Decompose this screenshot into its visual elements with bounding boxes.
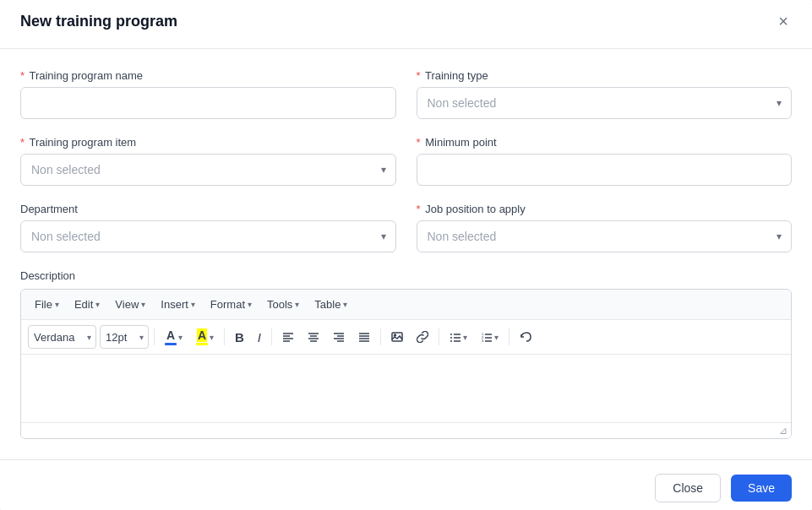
svg-point-20	[450, 337, 452, 339]
text-color-indicator: A	[165, 328, 177, 345]
department-select-wrapper: Non selected ▾	[20, 220, 396, 252]
file-menu[interactable]: File ▾	[28, 295, 66, 314]
tools-menu[interactable]: Tools ▾	[260, 295, 306, 314]
insert-chevron-icon: ▾	[191, 300, 195, 309]
training-program-item-select-wrapper: Non selected ▾	[20, 154, 396, 186]
format-chevron-icon: ▾	[248, 300, 252, 309]
department-label: Department	[20, 203, 396, 215]
svg-point-18	[450, 334, 452, 335]
insert-link-button[interactable]	[411, 325, 433, 349]
modal-footer: Close Save	[0, 459, 812, 510]
required-star-5: *	[417, 203, 421, 215]
editor-toolbar: Verdana ▾ 12pt ▾	[21, 320, 791, 355]
file-chevron-icon: ▾	[55, 300, 59, 309]
svg-point-22	[450, 340, 452, 342]
undo-button[interactable]	[515, 325, 537, 349]
required-star-2: *	[417, 69, 421, 82]
insert-menu[interactable]: Insert ▾	[154, 295, 202, 314]
job-position-group: * Job position to apply Non selected ▾	[417, 203, 793, 252]
tools-chevron-icon: ▾	[295, 300, 299, 309]
bg-color-chevron-icon: ▾	[210, 333, 214, 342]
bg-color-button[interactable]: A ▾	[191, 325, 219, 349]
modal-body: * Training program name * Training type …	[0, 49, 812, 459]
edit-menu[interactable]: Edit ▾	[68, 295, 106, 314]
view-menu[interactable]: View ▾	[108, 295, 152, 314]
editor-menubar: File ▾ Edit ▾ View ▾ Insert	[21, 290, 791, 320]
editor-resize-handle: ⊿	[21, 422, 791, 438]
required-star: *	[20, 69, 25, 82]
modal-close-button[interactable]: ×	[775, 9, 792, 33]
editor-container: File ▾ Edit ▾ View ▾ Insert	[20, 289, 792, 439]
bullet-list-chevron-icon: ▾	[463, 333, 467, 342]
training-program-name-input[interactable]	[20, 87, 396, 119]
align-right-button[interactable]	[328, 325, 350, 349]
toolbar-divider-6	[509, 328, 510, 345]
job-position-select-wrapper: Non selected ▾	[417, 220, 793, 252]
minimum-point-group: * Minimum point	[417, 136, 793, 186]
minimum-point-input[interactable]	[417, 154, 793, 186]
form-grid: * Training program name * Training type …	[20, 69, 792, 252]
toolbar-divider-5	[439, 328, 439, 345]
resize-icon: ⊿	[779, 425, 787, 437]
training-type-select[interactable]: Non selected	[417, 87, 793, 119]
modal-title: New training program	[20, 13, 177, 30]
training-program-name-label: * Training program name	[20, 69, 396, 82]
text-color-button[interactable]: A ▾	[160, 325, 188, 349]
modal-dialog: New training program × * Training progra…	[0, 0, 812, 510]
training-type-select-wrapper: Non selected ▾	[417, 87, 793, 119]
footer-save-button[interactable]: Save	[731, 475, 792, 502]
editor-content-area[interactable]	[21, 355, 791, 422]
view-chevron-icon: ▾	[141, 300, 145, 309]
insert-image-button[interactable]	[386, 325, 408, 349]
modal-header: New training program ×	[0, 0, 812, 49]
justify-button[interactable]	[353, 325, 375, 349]
font-size-select[interactable]: 12pt	[100, 325, 149, 349]
job-position-select[interactable]: Non selected	[417, 220, 793, 252]
department-select[interactable]: Non selected	[20, 220, 396, 252]
training-program-item-group: * Training program item Non selected ▾	[20, 136, 396, 186]
minimum-point-label: * Minimum point	[417, 136, 793, 149]
modal-overlay: New training program × * Training progra…	[0, 0, 812, 510]
toolbar-divider-4	[380, 328, 381, 345]
bullet-list-button[interactable]: ▾	[444, 325, 472, 349]
description-label: Description	[20, 269, 792, 282]
table-menu[interactable]: Table ▾	[308, 295, 354, 314]
numbered-list-chevron-icon: ▾	[494, 333, 499, 342]
text-color-chevron-icon: ▾	[178, 333, 183, 342]
numbered-list-button[interactable]: 1. 2. 3. ▾	[476, 325, 504, 349]
required-star-4: *	[417, 136, 421, 149]
training-type-group: * Training type Non selected ▾	[417, 69, 793, 119]
toolbar-divider-2	[224, 328, 225, 345]
bold-button[interactable]: B	[230, 325, 249, 349]
department-group: Department Non selected ▾	[20, 203, 396, 252]
toolbar-divider-1	[154, 328, 155, 345]
footer-close-button[interactable]: Close	[655, 474, 721, 502]
format-menu[interactable]: Format ▾	[204, 295, 259, 314]
table-chevron-icon: ▾	[343, 300, 347, 309]
toolbar-divider-3	[271, 328, 272, 345]
training-program-item-select[interactable]: Non selected	[20, 154, 396, 186]
text-color-bar	[165, 343, 177, 345]
svg-point-17	[395, 334, 396, 336]
svg-text:3.: 3.	[482, 339, 484, 343]
bg-color-bar	[196, 343, 208, 345]
align-center-button[interactable]	[302, 325, 324, 349]
align-left-button[interactable]	[277, 325, 299, 349]
bg-color-indicator: A	[196, 328, 208, 345]
edit-chevron-icon: ▾	[95, 300, 100, 309]
required-star-3: *	[20, 136, 25, 149]
training-type-label: * Training type	[417, 69, 793, 82]
font-family-select[interactable]: Verdana	[28, 325, 96, 349]
font-family-wrapper: Verdana ▾	[28, 325, 96, 349]
training-program-item-label: * Training program item	[20, 136, 396, 149]
description-section: Description File ▾ Edit ▾ View	[20, 269, 792, 439]
job-position-label: * Job position to apply	[417, 203, 793, 215]
font-size-wrapper: 12pt ▾	[100, 325, 149, 349]
training-program-name-group: * Training program name	[20, 69, 396, 119]
italic-button[interactable]: I	[253, 325, 266, 349]
